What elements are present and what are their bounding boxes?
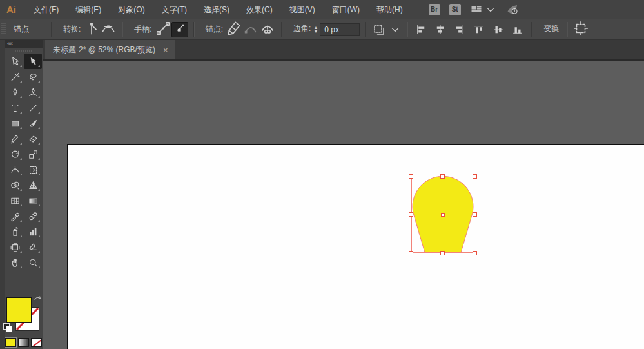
workspace-switcher[interactable] [470, 3, 497, 16]
control-bar-title: 锚点 [14, 24, 29, 35]
lasso-tool[interactable] [24, 69, 42, 85]
divider [122, 22, 122, 37]
eyedropper-tool[interactable] [6, 208, 24, 224]
symbol-sprayer-tool[interactable] [6, 224, 24, 239]
panel-drag-handle[interactable] [5, 48, 43, 54]
none-mode-button[interactable] [31, 338, 42, 347]
selection-handle[interactable] [409, 212, 413, 217]
perspective-grid-tool[interactable] [24, 177, 42, 193]
selection-handle[interactable] [440, 251, 445, 255]
menu-effect[interactable]: 效果(C) [238, 0, 281, 19]
gpu-performance-icon[interactable] [506, 3, 519, 16]
cut-path-icon [259, 20, 276, 39]
corner-radius-field: ▲ ▼ [313, 23, 360, 36]
gradient-tool[interactable] [24, 193, 42, 208]
close-icon[interactable]: × [163, 45, 168, 55]
selection-handle[interactable] [473, 212, 477, 217]
isolate-selection-button[interactable] [572, 22, 589, 37]
selected-object[interactable] [411, 177, 474, 253]
selection-handle[interactable] [440, 174, 445, 179]
fill-swatch[interactable] [6, 297, 32, 323]
delete-anchor-button[interactable] [226, 22, 242, 37]
rotate-tool[interactable] [6, 146, 24, 162]
corner-stepper[interactable]: ▲ ▼ [313, 26, 318, 34]
stock-button[interactable]: St [449, 4, 461, 15]
transform-link[interactable]: 变换 [543, 23, 559, 35]
selection-handle[interactable] [473, 174, 477, 179]
slice-tool[interactable] [24, 239, 42, 255]
menu-type[interactable]: 文字(T) [153, 0, 195, 19]
menu-window[interactable]: 窗口(W) [324, 0, 368, 19]
menu-right-cluster: Br St [418, 3, 519, 16]
type-tool[interactable] [6, 100, 24, 115]
swap-fill-stroke-icon[interactable] [32, 295, 43, 305]
document-tab[interactable]: 未标题-2* @ 52% (RGB/预览) × [45, 40, 175, 59]
divider [365, 22, 366, 37]
shape-builder-tool[interactable] [6, 177, 24, 193]
collapse-panel-button[interactable]: «« [5, 40, 43, 48]
selection-tool[interactable] [6, 54, 24, 69]
pen-tool[interactable] [6, 85, 24, 100]
chevron-down-icon [484, 3, 497, 16]
artboard[interactable] [67, 144, 644, 349]
document-tab-title: 未标题-2* @ 52% (RGB/预览) [53, 45, 155, 55]
selection-center-point[interactable] [441, 213, 445, 217]
connect-path-button [242, 22, 259, 37]
line-segment-tool[interactable] [24, 100, 42, 115]
paintbrush-tool[interactable] [24, 115, 42, 131]
color-mode-button[interactable] [5, 338, 16, 347]
selection-handle[interactable] [409, 251, 413, 255]
direct-selection-tool[interactable] [24, 54, 42, 69]
zoom-tool[interactable] [24, 255, 42, 270]
free-transform-tool[interactable] [24, 162, 42, 177]
show-handles-icon [155, 20, 171, 39]
align-vcenter-button[interactable] [490, 22, 507, 37]
hand-tool[interactable] [6, 255, 24, 270]
curvature-tool[interactable] [24, 85, 42, 100]
delete-anchor-pen-icon [226, 20, 242, 39]
document-tab-bar: 未标题-2* @ 52% (RGB/预览) × [43, 40, 644, 61]
width-tool[interactable] [6, 162, 24, 177]
bridge-button[interactable]: Br [429, 4, 440, 15]
blend-tool[interactable] [24, 208, 42, 224]
align-to-dropdown[interactable] [371, 22, 402, 37]
hide-handles-button[interactable] [171, 22, 188, 37]
stepper-down-icon[interactable]: ▼ [313, 30, 318, 34]
selection-handle[interactable] [409, 174, 413, 179]
align-buttons [413, 22, 526, 37]
panel-grip-handle[interactable] [1, 22, 6, 37]
align-right-button[interactable] [451, 22, 468, 37]
magic-wand-tool[interactable] [6, 69, 24, 85]
shaper-tool[interactable] [6, 131, 24, 146]
rectangle-tool[interactable] [6, 115, 24, 131]
menu-edit[interactable]: 编辑(E) [67, 0, 110, 19]
show-handles-button[interactable] [155, 22, 171, 37]
convert-corner-button[interactable] [83, 22, 100, 37]
canvas[interactable] [43, 61, 644, 349]
align-left-button[interactable] [413, 22, 429, 37]
artboard-tool[interactable] [6, 239, 24, 255]
menu-help[interactable]: 帮助(H) [368, 0, 411, 19]
eraser-tool[interactable] [24, 131, 42, 146]
menu-object[interactable]: 对象(O) [110, 0, 153, 19]
scale-tool[interactable] [24, 146, 42, 162]
convert-smooth-button[interactable] [100, 22, 117, 37]
selection-handle[interactable] [473, 251, 477, 255]
menu-select[interactable]: 选择(S) [195, 0, 238, 19]
corner-radius-input[interactable] [320, 23, 360, 36]
cut-path-button[interactable] [259, 22, 276, 37]
mesh-tool[interactable] [6, 193, 24, 208]
align-bottom-button[interactable] [509, 22, 526, 37]
corner-link[interactable]: 边角: [293, 23, 311, 35]
default-fill-stroke-icon[interactable] [3, 323, 12, 332]
divider [407, 22, 407, 37]
menu-view[interactable]: 视图(V) [281, 0, 324, 19]
align-top-button[interactable] [471, 22, 487, 37]
menu-file[interactable]: 文件(F) [25, 0, 67, 19]
menu-bar: Ai 文件(F) 编辑(E) 对象(O) 文字(T) 选择(S) 效果(C) 视… [0, 0, 644, 19]
gradient-mode-button[interactable] [18, 338, 29, 347]
anchors-label: 锚点: [206, 24, 223, 35]
column-graph-tool[interactable] [24, 224, 42, 239]
convert-corner-icon [83, 20, 100, 39]
align-hcenter-button[interactable] [432, 22, 449, 37]
